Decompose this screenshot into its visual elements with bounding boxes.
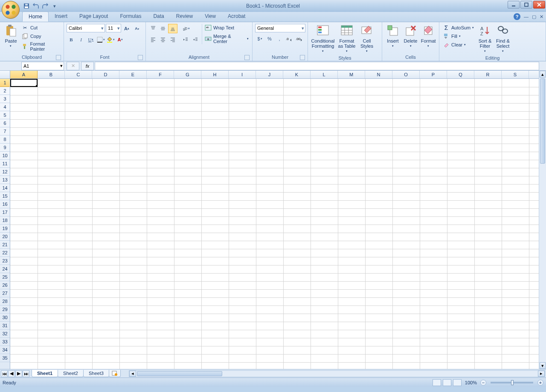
normal-view-icon[interactable]	[433, 379, 441, 386]
tab-review[interactable]: Review	[170, 12, 199, 22]
row-header[interactable]: 9	[0, 144, 10, 152]
hscroll-thumb[interactable]	[137, 371, 222, 376]
cells-area[interactable]	[10, 79, 539, 369]
autosum-button[interactable]: ΣAutoSum▾	[442, 24, 475, 32]
doc-close-icon[interactable]: ✕	[540, 14, 543, 20]
row-header[interactable]: 35	[0, 354, 10, 362]
format-cells-button[interactable]: Format▾	[419, 23, 437, 49]
name-box[interactable]: A1▾	[21, 62, 64, 70]
horizontal-scrollbar[interactable]: ◂ ▸	[129, 370, 545, 377]
fx-button[interactable]: fx	[81, 62, 94, 70]
border-button[interactable]: ▾	[96, 35, 105, 44]
bold-button[interactable]: B	[67, 35, 76, 44]
row-header[interactable]: 17	[0, 208, 10, 216]
doc-minimize-icon[interactable]: —	[524, 14, 529, 19]
insert-cells-button[interactable]: Insert▾	[384, 23, 402, 49]
scroll-up-icon[interactable]: ▴	[540, 71, 546, 78]
tab-view[interactable]: View	[199, 12, 222, 22]
scroll-left-icon[interactable]: ◂	[129, 371, 136, 377]
formula-input[interactable]	[95, 62, 539, 70]
merge-center-button[interactable]: aMerge & Center▾	[204, 33, 250, 44]
tab-home[interactable]: Home	[22, 12, 49, 22]
first-sheet-icon[interactable]: ⏮	[1, 370, 8, 377]
cut-button[interactable]: ✂Cut	[21, 24, 61, 32]
font-size-combo[interactable]: 11▾	[106, 24, 121, 32]
row-header[interactable]: 16	[0, 200, 10, 208]
column-header[interactable]: P	[420, 71, 447, 78]
decrease-decimal-button[interactable]: .00	[294, 34, 304, 43]
grow-font-button[interactable]: A▴	[122, 24, 131, 33]
row-header[interactable]: 28	[0, 297, 10, 306]
select-all-button[interactable]	[0, 71, 10, 79]
dialog-launcher-icon[interactable]	[244, 55, 250, 60]
column-header[interactable]: E	[119, 71, 147, 78]
row-header[interactable]: 13	[0, 176, 10, 184]
office-button[interactable]	[2, 1, 20, 19]
close-button[interactable]	[533, 1, 545, 9]
orientation-button[interactable]: ab▾	[181, 24, 190, 33]
italic-button[interactable]: I	[76, 35, 86, 44]
shrink-font-button[interactable]: A▾	[132, 24, 142, 33]
column-header[interactable]: F	[147, 71, 174, 78]
fill-button[interactable]: Fill▾	[442, 32, 475, 40]
row-header[interactable]: 32	[0, 330, 10, 338]
cancel-formula-icon[interactable]: ✕	[67, 62, 79, 70]
underline-button[interactable]: U▾	[86, 35, 96, 44]
column-header[interactable]: D	[92, 71, 119, 78]
row-header[interactable]: 31	[0, 322, 10, 330]
sort-filter-button[interactable]: AZSort & Filter▾	[476, 23, 494, 55]
new-sheet-button[interactable]	[109, 370, 121, 377]
row-header[interactable]: 10	[0, 152, 10, 160]
cell-styles-button[interactable]: Cell Styles ▾	[357, 23, 376, 55]
zoom-thumb[interactable]	[511, 380, 514, 385]
row-header[interactable]: 11	[0, 160, 10, 168]
zoom-level[interactable]: 100%	[465, 380, 477, 385]
row-header[interactable]: 3	[0, 95, 10, 103]
active-cell[interactable]	[10, 79, 38, 87]
row-header[interactable]: 21	[0, 241, 10, 249]
row-header[interactable]: 4	[0, 103, 10, 111]
tab-page-layout[interactable]: Page Layout	[73, 12, 114, 22]
column-header[interactable]: C	[65, 71, 92, 78]
clear-button[interactable]: Clear▾	[442, 41, 475, 49]
decrease-indent-button[interactable]	[181, 35, 190, 44]
percent-button[interactable]: %	[265, 34, 274, 43]
tab-insert[interactable]: Insert	[49, 12, 73, 22]
row-header[interactable]: 23	[0, 257, 10, 265]
column-header[interactable]: R	[474, 71, 502, 78]
sheet-tab[interactable]: Sheet2	[58, 370, 84, 377]
row-header[interactable]: 1	[0, 79, 10, 87]
format-painter-button[interactable]: Format Painter	[21, 41, 61, 52]
row-header[interactable]: 29	[0, 306, 10, 314]
delete-cells-button[interactable]: Delete▾	[402, 23, 420, 49]
row-header[interactable]: 24	[0, 265, 10, 273]
scroll-down-icon[interactable]: ▾	[540, 362, 546, 369]
row-header[interactable]: 8	[0, 135, 10, 144]
column-header[interactable]: I	[229, 71, 256, 78]
row-header[interactable]: 30	[0, 314, 10, 322]
align-center-button[interactable]	[158, 35, 168, 44]
redo-icon[interactable]	[41, 2, 49, 10]
minimize-button[interactable]	[508, 1, 520, 9]
accounting-button[interactable]: $▾	[255, 34, 264, 43]
row-header[interactable]: 27	[0, 289, 10, 297]
comma-button[interactable]: ,	[275, 34, 284, 43]
row-header[interactable]: 12	[0, 168, 10, 176]
row-header[interactable]: 18	[0, 216, 10, 225]
undo-icon[interactable]	[32, 2, 40, 10]
font-name-combo[interactable]: Calibri▾	[67, 24, 105, 32]
dialog-launcher-icon[interactable]	[138, 55, 143, 60]
scroll-right-icon[interactable]: ▸	[538, 371, 545, 377]
column-header[interactable]: S	[502, 71, 529, 78]
column-header[interactable]: L	[311, 71, 338, 78]
tab-formulas[interactable]: Formulas	[114, 12, 147, 22]
zoom-slider[interactable]	[491, 382, 533, 383]
vertical-scrollbar[interactable]: ▴ ▾	[539, 71, 546, 369]
tab-data[interactable]: Data	[147, 12, 170, 22]
help-icon[interactable]: ?	[514, 13, 520, 20]
page-break-view-icon[interactable]	[453, 379, 462, 386]
number-format-combo[interactable]: General▾	[255, 24, 305, 32]
format-as-table-button[interactable]: Format as Table ▾	[336, 23, 357, 55]
row-header[interactable]: 25	[0, 273, 10, 281]
dialog-launcher-icon[interactable]	[56, 55, 61, 60]
